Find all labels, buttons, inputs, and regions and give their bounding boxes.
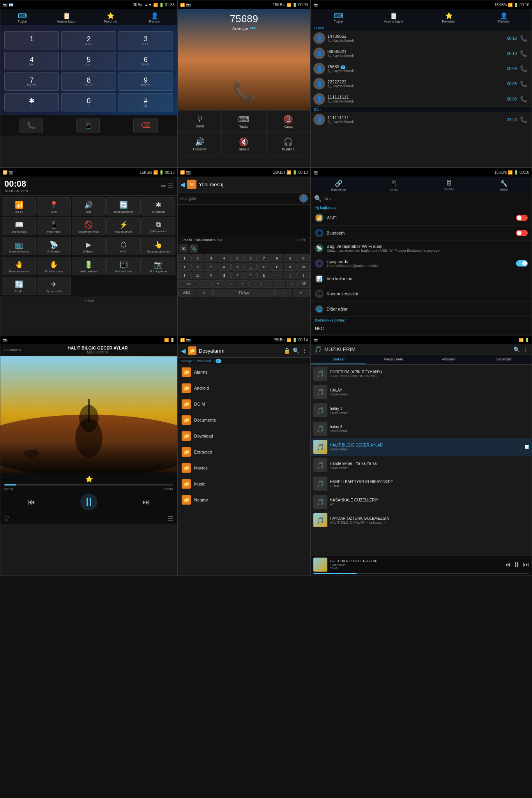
settings-tab-cihaz[interactable]: 📱 Cihaz	[366, 177, 422, 193]
bt-toggle[interactable]	[516, 230, 528, 236]
kb-col[interactable]: :	[237, 280, 248, 288]
kb-w[interactable]: W	[297, 263, 310, 271]
files-back-button[interactable]: ◀	[181, 347, 186, 355]
bc-storage[interactable]: storage	[181, 359, 193, 363]
call-back-btn-2[interactable]: 📞	[518, 49, 529, 58]
library-tab-sarkialar[interactable]: Şarkılar	[311, 355, 366, 364]
settings-bluetooth[interactable]: ✱ Bluetooth	[311, 226, 532, 241]
call-entry-2[interactable]: 👤 89085321 📞 Kaydedilmedi 00:10 📞	[311, 46, 532, 61]
tab-rehber[interactable]: 👤 Rehber	[133, 9, 177, 25]
kb-2[interactable]: 2	[191, 254, 204, 262]
sms-body[interactable]	[178, 205, 310, 236]
call-back-btn-5[interactable]: 📞	[518, 95, 529, 104]
kb-6[interactable]: 6	[244, 254, 257, 262]
settings-tab-genel[interactable]: 🔧 Genel	[477, 177, 532, 193]
kb-enter[interactable]: ↵	[293, 289, 310, 297]
settings-nfc[interactable]: NFC	[311, 323, 532, 334]
kb-qm[interactable]: ?	[286, 280, 297, 288]
kb-eur[interactable]: €	[257, 263, 270, 271]
airplane-toggle[interactable]	[516, 260, 528, 267]
qs-sbeam[interactable]: ▶S Beam	[72, 237, 106, 255]
kb-3[interactable]: 3	[205, 254, 217, 262]
call-back-btn-3[interactable]: 📞	[518, 64, 529, 73]
qs-temassiz-gorunum[interactable]: 👆Temassız görünüm	[141, 237, 175, 255]
qs-nfc[interactable]: ⬡NFC	[106, 237, 140, 255]
file-extracted[interactable]: 📁 Extracted	[178, 444, 310, 460]
song-9[interactable]: 🎵 HAYDAR OZTURK GULEMEZSIN HALIT BILGIC …	[311, 511, 532, 530]
kb-plus[interactable]: +	[178, 263, 191, 271]
file-alarms[interactable]: 📁 Alarms	[178, 364, 310, 380]
sms-attach-icon[interactable]: 📎	[189, 244, 198, 253]
settings-mobile-hotspot[interactable]: 📡 Bağ. ve taşınabilir Wi-Fi alanı Cihazı…	[311, 241, 532, 256]
kb-1[interactable]: 1	[178, 254, 191, 262]
calllog-tab-rehber[interactable]: 👤 Rehber	[477, 9, 532, 25]
kb-amp[interactable]: &	[257, 272, 270, 279]
action-tuslar[interactable]: ⌨ Tuşlar	[222, 110, 266, 133]
kb-5[interactable]: 5	[231, 254, 244, 262]
kb-yen[interactable]: ¥	[284, 263, 297, 271]
settings-tab-kontroler[interactable]: 🎛 Kontrlır	[421, 177, 477, 193]
kb-at[interactable]: @	[191, 272, 204, 279]
call-back-btn-4[interactable]: 📞	[518, 79, 529, 88]
calllog-tab-tuslar[interactable]: ⌨ Tuşlar	[311, 9, 366, 25]
key-star[interactable]: ✱P	[4, 93, 59, 111]
settings-other-networks[interactable]: 🌐 Diğer ağlar	[311, 302, 532, 317]
key-3[interactable]: 3DEF	[118, 31, 173, 49]
kb-12[interactable]: 1/2	[178, 280, 200, 288]
file-dcim[interactable]: 📁 DCIM	[178, 396, 310, 412]
key-8[interactable]: 8TUV	[61, 72, 116, 91]
qs-ekran[interactable]: 🔄Ekran döndürme	[106, 197, 140, 215]
tab-tuslar[interactable]: ⌨ Tuşlar	[0, 9, 44, 25]
qs-mobil[interactable]: 📱Mobil verisi	[37, 217, 71, 235]
kb-excl[interactable]: !	[178, 272, 191, 279]
call-back-btn-1[interactable]: 📞	[518, 34, 529, 43]
song-5[interactable]: 🎵 HALIT BILGIC GECER AYLAR <unknown> 📊	[311, 438, 532, 456]
qs-okuma[interactable]: 📖Okuma modu	[2, 217, 36, 235]
kb-gbp[interactable]: £	[270, 263, 283, 271]
kb-lp[interactable]: (	[284, 272, 297, 279]
files-more-icon[interactable]: ⋮	[302, 348, 307, 354]
kb-per[interactable]: .	[274, 280, 285, 288]
kb-4[interactable]: 4	[218, 254, 231, 262]
call-entry-5[interactable]: 👤 111111111 📞 Kaydedilmedi 00:08 📞	[311, 92, 532, 107]
qs-akilli-kaydirma[interactable]: 📷Akıllı kaydırma	[141, 257, 175, 275]
file-nearby[interactable]: 📁 Nearby	[178, 492, 310, 508]
action-sessiz[interactable]: 🔇 Sessiz	[222, 133, 266, 155]
music-prev-btn[interactable]: ⏮	[26, 496, 37, 508]
contacts-button[interactable]: 📱	[76, 118, 100, 133]
kb-dot[interactable]: .	[275, 289, 292, 297]
mp-prev-btn[interactable]: ⏮	[504, 561, 511, 568]
settings-search-input[interactable]	[324, 196, 528, 201]
kb-eq[interactable]: =	[218, 263, 231, 271]
library-search-icon[interactable]: 🔍	[513, 346, 520, 353]
library-tab-lista[interactable]: Parça listele.	[366, 355, 422, 364]
music-play-btn[interactable]: ⏸	[80, 493, 97, 510]
kb-sl[interactable]: /	[231, 272, 244, 279]
tab-arama-kayd[interactable]: 📋 Arama kaydı	[44, 9, 88, 25]
song-2[interactable]: 🎵 HALAY <unknown>	[311, 383, 532, 401]
calllog-tab-fav[interactable]: ⭐ Favoriler	[421, 9, 477, 25]
files-lock-icon[interactable]: 🔒	[284, 348, 290, 354]
qs-ses[interactable]: 🔊Ses	[72, 197, 106, 215]
qs-gps[interactable]: 📍GPS	[37, 197, 71, 215]
qs-guc[interactable]: ⚡Güç tasarrufu	[106, 217, 140, 235]
call-entry-4[interactable]: 👤 22222222 📞 Kaydedilmedi 00:08 📞	[311, 76, 532, 92]
settings-tab-baglantilar[interactable]: 🔗 Bağlantılar	[311, 177, 366, 193]
song-6[interactable]: 🎵 Hande Yener - Ya Ya Ya Ya <unknown>	[311, 456, 532, 475]
file-movies[interactable]: 📁 Movies	[178, 460, 310, 476]
kb-bksp[interactable]: ⌫	[298, 280, 310, 288]
tab-favoriler[interactable]: ⭐ Favoriler	[89, 9, 133, 25]
action-kulaklık[interactable]: 🎧 Kulaklık	[266, 133, 310, 155]
music-progress-bar[interactable]	[4, 484, 173, 486]
kb-turkce[interactable]: Türkçe	[213, 289, 275, 297]
sms-to-input[interactable]	[180, 196, 299, 201]
key-4[interactable]: 4GHI	[4, 52, 59, 70]
add-playlist-icon[interactable]: +	[170, 476, 173, 483]
settings-wifi[interactable]: 📶 Wi-Fi	[311, 210, 532, 226]
file-documents[interactable]: 📁 Documents	[178, 412, 310, 428]
kb-9[interactable]: 9	[284, 254, 297, 262]
star-icon[interactable]: ⭐	[85, 475, 93, 483]
qs-engelleme[interactable]: 🚫Engelleme modu	[72, 217, 106, 235]
library-more-icon[interactable]: ⋮	[523, 346, 528, 353]
key-0[interactable]: 0+	[61, 93, 116, 111]
